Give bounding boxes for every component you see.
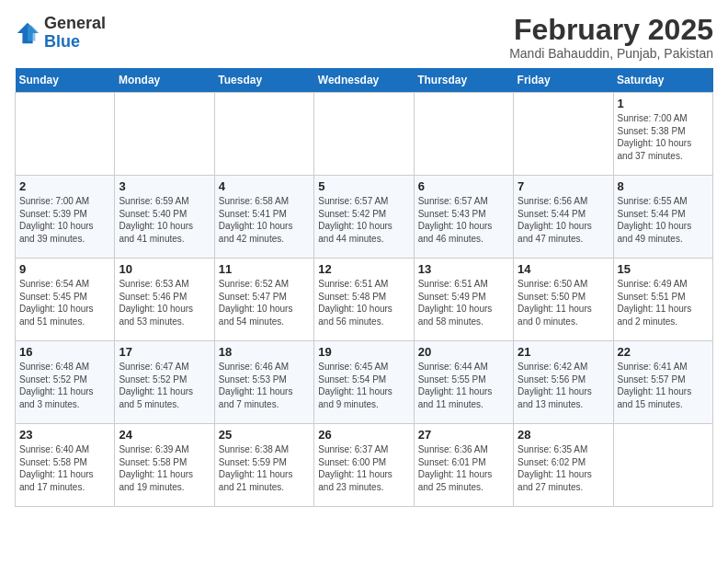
day-info: Sunrise: 6:35 AM Sunset: 6:02 PM Dayligh… bbox=[518, 443, 609, 493]
day-number: 28 bbox=[518, 428, 609, 442]
day-number: 20 bbox=[418, 345, 509, 359]
day-info: Sunrise: 6:48 AM Sunset: 5:52 PM Dayligh… bbox=[19, 361, 110, 410]
day-number: 6 bbox=[418, 179, 509, 193]
day-number: 7 bbox=[518, 179, 609, 193]
day-number: 23 bbox=[19, 428, 110, 442]
day-info: Sunrise: 6:37 AM Sunset: 6:00 PM Dayligh… bbox=[318, 443, 409, 493]
week-row-1: 1Sunrise: 7:00 AM Sunset: 5:38 PM Daylig… bbox=[16, 93, 713, 176]
day-info: Sunrise: 6:47 AM Sunset: 5:52 PM Dayligh… bbox=[119, 361, 210, 410]
day-number: 3 bbox=[119, 179, 210, 193]
header-saturday: Saturday bbox=[613, 68, 712, 93]
header-wednesday: Wednesday bbox=[314, 68, 414, 93]
day-info: Sunrise: 6:44 AM Sunset: 5:55 PM Dayligh… bbox=[418, 361, 509, 410]
month-title: February 2025 bbox=[509, 15, 713, 44]
day-info: Sunrise: 6:51 AM Sunset: 5:48 PM Dayligh… bbox=[318, 278, 409, 327]
day-number: 9 bbox=[19, 262, 110, 276]
day-cell: 13Sunrise: 6:51 AM Sunset: 5:49 PM Dayli… bbox=[414, 259, 513, 341]
day-cell: 8Sunrise: 6:55 AM Sunset: 5:44 PM Daylig… bbox=[613, 176, 712, 259]
day-cell bbox=[16, 93, 115, 176]
day-cell bbox=[613, 424, 712, 507]
day-info: Sunrise: 6:56 AM Sunset: 5:44 PM Dayligh… bbox=[518, 195, 609, 245]
day-number: 27 bbox=[418, 428, 509, 442]
day-cell: 19Sunrise: 6:45 AM Sunset: 5:54 PM Dayli… bbox=[314, 341, 414, 424]
day-cell: 1Sunrise: 7:00 AM Sunset: 5:38 PM Daylig… bbox=[613, 93, 712, 176]
day-info: Sunrise: 6:50 AM Sunset: 5:50 PM Dayligh… bbox=[518, 278, 609, 327]
day-cell: 11Sunrise: 6:52 AM Sunset: 5:47 PM Dayli… bbox=[214, 259, 313, 341]
day-number: 5 bbox=[318, 179, 409, 193]
day-info: Sunrise: 7:00 AM Sunset: 5:39 PM Dayligh… bbox=[19, 195, 110, 245]
day-number: 19 bbox=[318, 345, 409, 359]
day-number: 18 bbox=[219, 345, 310, 359]
day-info: Sunrise: 6:36 AM Sunset: 6:01 PM Dayligh… bbox=[418, 443, 509, 493]
day-cell: 27Sunrise: 6:36 AM Sunset: 6:01 PM Dayli… bbox=[414, 424, 513, 507]
day-cell bbox=[115, 93, 214, 176]
day-cell: 22Sunrise: 6:41 AM Sunset: 5:57 PM Dayli… bbox=[613, 341, 712, 424]
day-number: 13 bbox=[418, 262, 509, 276]
day-number: 2 bbox=[19, 179, 110, 193]
week-row-5: 23Sunrise: 6:40 AM Sunset: 5:58 PM Dayli… bbox=[16, 424, 713, 507]
day-number: 21 bbox=[518, 345, 609, 359]
calendar-header-row: SundayMondayTuesdayWednesdayThursdayFrid… bbox=[16, 68, 713, 93]
day-info: Sunrise: 6:53 AM Sunset: 5:46 PM Dayligh… bbox=[119, 278, 210, 327]
day-cell: 4Sunrise: 6:58 AM Sunset: 5:41 PM Daylig… bbox=[214, 176, 313, 259]
svg-marker-2 bbox=[28, 25, 40, 40]
day-number: 16 bbox=[19, 345, 110, 359]
header-monday: Monday bbox=[115, 68, 214, 93]
day-cell: 12Sunrise: 6:51 AM Sunset: 5:48 PM Dayli… bbox=[314, 259, 414, 341]
day-number: 12 bbox=[318, 262, 409, 276]
day-cell bbox=[414, 93, 513, 176]
day-info: Sunrise: 7:00 AM Sunset: 5:38 PM Dayligh… bbox=[618, 112, 709, 162]
header-sunday: Sunday bbox=[16, 68, 115, 93]
day-cell: 20Sunrise: 6:44 AM Sunset: 5:55 PM Dayli… bbox=[414, 341, 513, 424]
day-cell: 25Sunrise: 6:38 AM Sunset: 5:59 PM Dayli… bbox=[214, 424, 313, 507]
day-cell: 16Sunrise: 6:48 AM Sunset: 5:52 PM Dayli… bbox=[16, 341, 115, 424]
day-info: Sunrise: 6:55 AM Sunset: 5:44 PM Dayligh… bbox=[618, 195, 709, 245]
day-cell bbox=[314, 93, 414, 176]
day-cell bbox=[514, 93, 613, 176]
day-info: Sunrise: 6:57 AM Sunset: 5:42 PM Dayligh… bbox=[318, 195, 409, 245]
day-cell: 5Sunrise: 6:57 AM Sunset: 5:42 PM Daylig… bbox=[314, 176, 414, 259]
week-row-2: 2Sunrise: 7:00 AM Sunset: 5:39 PM Daylig… bbox=[16, 176, 713, 259]
day-number: 10 bbox=[119, 262, 210, 276]
day-cell: 9Sunrise: 6:54 AM Sunset: 5:45 PM Daylig… bbox=[16, 259, 115, 341]
day-info: Sunrise: 6:46 AM Sunset: 5:53 PM Dayligh… bbox=[219, 361, 310, 410]
header-tuesday: Tuesday bbox=[214, 68, 313, 93]
header-friday: Friday bbox=[514, 68, 613, 93]
day-info: Sunrise: 6:57 AM Sunset: 5:43 PM Dayligh… bbox=[418, 195, 509, 245]
page-header: General Blue February 2025 Mandi Bahaudd… bbox=[15, 15, 713, 61]
day-cell: 23Sunrise: 6:40 AM Sunset: 5:58 PM Dayli… bbox=[16, 424, 115, 507]
day-info: Sunrise: 6:52 AM Sunset: 5:47 PM Dayligh… bbox=[219, 278, 310, 327]
logo: General Blue bbox=[15, 15, 106, 52]
day-number: 14 bbox=[518, 262, 609, 276]
day-info: Sunrise: 6:38 AM Sunset: 5:59 PM Dayligh… bbox=[219, 443, 310, 493]
day-info: Sunrise: 6:41 AM Sunset: 5:57 PM Dayligh… bbox=[618, 361, 709, 410]
day-number: 17 bbox=[119, 345, 210, 359]
day-cell bbox=[214, 93, 313, 176]
day-number: 25 bbox=[219, 428, 310, 442]
day-cell: 15Sunrise: 6:49 AM Sunset: 5:51 PM Dayli… bbox=[613, 259, 712, 341]
day-info: Sunrise: 6:54 AM Sunset: 5:45 PM Dayligh… bbox=[19, 278, 110, 327]
day-info: Sunrise: 6:58 AM Sunset: 5:41 PM Dayligh… bbox=[219, 195, 310, 245]
day-number: 4 bbox=[219, 179, 310, 193]
day-cell: 10Sunrise: 6:53 AM Sunset: 5:46 PM Dayli… bbox=[115, 259, 214, 341]
logo-text: General Blue bbox=[44, 15, 106, 52]
day-number: 8 bbox=[618, 179, 709, 193]
day-info: Sunrise: 6:49 AM Sunset: 5:51 PM Dayligh… bbox=[618, 278, 709, 327]
day-info: Sunrise: 6:42 AM Sunset: 5:56 PM Dayligh… bbox=[518, 361, 609, 410]
logo-icon bbox=[15, 20, 40, 46]
day-info: Sunrise: 6:39 AM Sunset: 5:58 PM Dayligh… bbox=[119, 443, 210, 493]
day-info: Sunrise: 6:59 AM Sunset: 5:40 PM Dayligh… bbox=[119, 195, 210, 245]
day-cell: 24Sunrise: 6:39 AM Sunset: 5:58 PM Dayli… bbox=[115, 424, 214, 507]
day-number: 26 bbox=[318, 428, 409, 442]
day-info: Sunrise: 6:45 AM Sunset: 5:54 PM Dayligh… bbox=[318, 361, 409, 410]
day-number: 1 bbox=[618, 97, 709, 110]
day-cell: 21Sunrise: 6:42 AM Sunset: 5:56 PM Dayli… bbox=[514, 341, 613, 424]
title-section: February 2025 Mandi Bahauddin, Punjab, P… bbox=[509, 15, 713, 61]
week-row-3: 9Sunrise: 6:54 AM Sunset: 5:45 PM Daylig… bbox=[16, 259, 713, 341]
calendar-table: SundayMondayTuesdayWednesdayThursdayFrid… bbox=[15, 68, 713, 507]
day-number: 24 bbox=[119, 428, 210, 442]
day-cell: 26Sunrise: 6:37 AM Sunset: 6:00 PM Dayli… bbox=[314, 424, 414, 507]
header-thursday: Thursday bbox=[414, 68, 513, 93]
day-info: Sunrise: 6:51 AM Sunset: 5:49 PM Dayligh… bbox=[418, 278, 509, 327]
day-cell: 18Sunrise: 6:46 AM Sunset: 5:53 PM Dayli… bbox=[214, 341, 313, 424]
